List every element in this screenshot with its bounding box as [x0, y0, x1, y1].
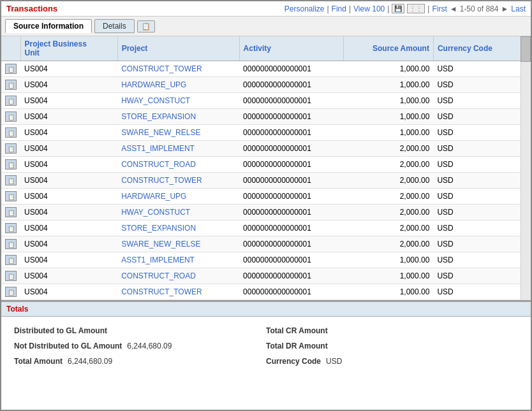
- table-row: 📋US004ASST1_IMPLEMENT00000000000000011,0…: [1, 252, 531, 268]
- table-row: 📋US004STORE_EXPANSION00000000000000011,0…: [1, 109, 531, 125]
- row-detail-icon[interactable]: 📋: [5, 271, 17, 281]
- scrollbar-track[interactable]: [521, 36, 531, 300]
- distributed-label: Distributed to GL Amount: [14, 326, 107, 335]
- cell-bu: US004: [20, 109, 117, 125]
- last-link[interactable]: Last: [511, 4, 526, 13]
- col-project-header: Project: [117, 36, 239, 61]
- cell-currency: USD: [433, 93, 521, 109]
- cell-project[interactable]: HWAY_CONSTUCT: [117, 205, 239, 220]
- row-detail-icon[interactable]: 📋: [5, 207, 17, 217]
- table-header-row: Project BusinessUnit Project Activity So…: [1, 36, 531, 61]
- cell-activity: 0000000000000001: [239, 173, 344, 189]
- page-container: Transactions Personalize | Find | View 1…: [0, 0, 532, 411]
- table-row: 📋US004SWARE_NEW_RELSE00000000000000012,0…: [1, 236, 531, 252]
- cell-amount: 1,000.00: [344, 284, 434, 300]
- cell-bu: US004: [20, 157, 117, 173]
- total-amount-row: Total Amount 6,244,680.09: [14, 357, 266, 366]
- cell-currency: USD: [433, 157, 521, 173]
- cell-project[interactable]: CONSTRUCT_TOWER: [117, 173, 239, 189]
- cell-amount: 1,000.00: [344, 268, 434, 284]
- cell-bu: US004: [20, 77, 117, 93]
- prev-icon[interactable]: ◄: [450, 4, 457, 13]
- cell-bu: US004: [20, 61, 117, 77]
- row-detail-icon[interactable]: 📋: [5, 255, 17, 265]
- cell-amount: 2,000.00: [344, 157, 434, 173]
- row-detail-icon[interactable]: 📋: [5, 239, 17, 249]
- cell-currency: USD: [433, 77, 521, 93]
- total-cr-row: Total CR Amount: [266, 326, 518, 335]
- cell-bu: US004: [20, 268, 117, 284]
- header-actions: Personalize | Find | View 100 | 💾 ⋮⋮ | F…: [284, 4, 526, 13]
- cell-activity: 0000000000000001: [239, 141, 344, 157]
- next-icon[interactable]: ►: [501, 4, 508, 13]
- currency-code-value: USD: [326, 357, 342, 366]
- cell-activity: 0000000000000001: [239, 189, 344, 205]
- tabs-row: Source Information Details 📋: [1, 17, 531, 36]
- cell-project[interactable]: HWAY_CONSTUCT: [117, 93, 239, 109]
- cell-activity: 0000000000000001: [239, 109, 344, 125]
- cell-bu: US004: [20, 236, 117, 252]
- row-detail-icon[interactable]: 📋: [5, 223, 17, 233]
- grid-icon[interactable]: ⋮⋮: [407, 4, 425, 13]
- row-detail-icon[interactable]: 📋: [5, 80, 17, 90]
- table-row: 📋US004HARDWARE_UPG00000000000000012,000.…: [1, 189, 531, 205]
- cell-project[interactable]: SWARE_NEW_RELSE: [117, 236, 239, 252]
- scrollbar-thumb[interactable]: [521, 36, 531, 62]
- table-row: 📋US004STORE_EXPANSION00000000000000012,0…: [1, 220, 531, 236]
- total-amount-value: 6,244,680.09: [68, 357, 112, 366]
- row-detail-icon[interactable]: 📋: [5, 287, 17, 297]
- table-row: 📋US004CONSTRUCT_ROAD00000000000000011,00…: [1, 268, 531, 284]
- tab-details[interactable]: Details: [94, 19, 135, 33]
- cell-currency: USD: [433, 125, 521, 141]
- cell-project[interactable]: STORE_EXPANSION: [117, 109, 239, 125]
- cell-project[interactable]: CONSTRUCT_ROAD: [117, 268, 239, 284]
- col-icon-header: [1, 36, 20, 61]
- cell-activity: 0000000000000001: [239, 157, 344, 173]
- cell-amount: 1,000.00: [344, 125, 434, 141]
- cell-amount: 2,000.00: [344, 141, 434, 157]
- tab-source-information[interactable]: Source Information: [5, 19, 92, 33]
- cell-bu: US004: [20, 252, 117, 268]
- cell-project[interactable]: HARDWARE_UPG: [117, 189, 239, 205]
- cell-currency: USD: [433, 220, 521, 236]
- header-bar: Transactions Personalize | Find | View 1…: [1, 1, 531, 17]
- cell-activity: 0000000000000001: [239, 284, 344, 300]
- cell-activity: 0000000000000001: [239, 93, 344, 109]
- cell-currency: USD: [433, 61, 521, 77]
- cell-activity: 0000000000000001: [239, 268, 344, 284]
- cell-amount: 2,000.00: [344, 205, 434, 220]
- tab-icon[interactable]: 📋: [137, 20, 155, 32]
- row-detail-icon[interactable]: 📋: [5, 64, 17, 74]
- total-amount-label: Total Amount: [14, 357, 63, 366]
- cell-project[interactable]: CONSTRUCT_TOWER: [117, 61, 239, 77]
- cell-project[interactable]: STORE_EXPANSION: [117, 220, 239, 236]
- row-detail-icon[interactable]: 📋: [5, 159, 17, 169]
- cell-project[interactable]: ASST1_IMPLEMENT: [117, 141, 239, 157]
- row-detail-icon[interactable]: 📋: [5, 191, 17, 201]
- currency-code-row: Currency Code USD: [266, 357, 518, 366]
- cell-currency: USD: [433, 189, 521, 205]
- cell-project[interactable]: CONSTRUCT_TOWER: [117, 284, 239, 300]
- col-bu-header: Project BusinessUnit: [20, 36, 117, 61]
- row-detail-icon[interactable]: 📋: [5, 175, 17, 185]
- cell-amount: 1,000.00: [344, 252, 434, 268]
- first-link[interactable]: First: [432, 4, 447, 13]
- cell-activity: 0000000000000001: [239, 77, 344, 93]
- row-detail-icon[interactable]: 📋: [5, 96, 17, 106]
- cell-project[interactable]: HARDWARE_UPG: [117, 77, 239, 93]
- row-detail-icon[interactable]: 📋: [5, 127, 17, 138]
- table-row: 📋US004HWAY_CONSTUCT00000000000000011,000…: [1, 93, 531, 109]
- cell-bu: US004: [20, 284, 117, 300]
- row-detail-icon[interactable]: 📋: [5, 112, 17, 122]
- cell-project[interactable]: ASST1_IMPLEMENT: [117, 252, 239, 268]
- cell-project[interactable]: CONSTRUCT_ROAD: [117, 157, 239, 173]
- cell-currency: USD: [433, 252, 521, 268]
- find-link[interactable]: Find: [332, 4, 346, 13]
- export-icon[interactable]: 💾: [392, 4, 404, 13]
- personalize-link[interactable]: Personalize: [284, 4, 325, 13]
- not-distributed-row: Not Distributed to GL Amount 6,244,680.0…: [14, 342, 266, 350]
- cell-currency: USD: [433, 205, 521, 220]
- view-link[interactable]: View 100: [353, 4, 385, 13]
- row-detail-icon[interactable]: 📋: [5, 143, 17, 154]
- cell-project[interactable]: SWARE_NEW_RELSE: [117, 125, 239, 141]
